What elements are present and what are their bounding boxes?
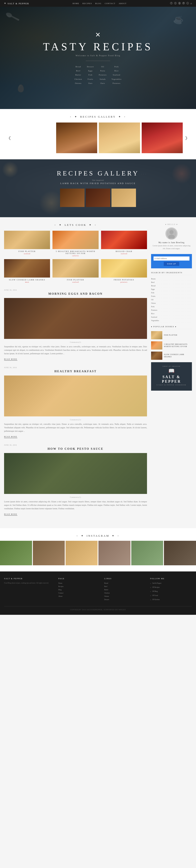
footer-link-bread[interactable]: Bread [104,582,146,585]
ingredient-seafood[interactable]: Seafood [151,315,192,319]
popular-img-2[interactable] [151,351,162,360]
ingredient-vegetables[interactable]: Vegetables [151,319,192,322]
menu-potatoes2[interactable]: Potatoes [112,82,121,85]
menu-oaro[interactable]: Oaro [99,82,107,85]
follow-link-0[interactable]: Salt & Pepper [152,582,161,585]
nav-contact[interactable]: CONTACT [105,2,115,4]
ingredient-beans[interactable]: Beans [151,277,192,281]
instagram-item-4[interactable] [131,541,163,565]
cook-img-1[interactable] [52,231,99,249]
google-icon[interactable]: ⓖ [178,2,181,5]
blog-read-more-1[interactable]: READ MORE [4,436,17,438]
ingredient-rice[interactable]: Rice [151,312,192,315]
follow-link-4[interactable]: SP Kitchen [152,598,160,601]
footer-bottom: COPYRIGHT 2016 SALTANDPEPPER, SUPPORTED … [4,606,192,611]
cook-img-4[interactable] [52,259,99,278]
menu-fruits[interactable]: Fruits [87,78,94,81]
sidebar-signup-button[interactable]: SIGN UP [164,262,179,266]
menu-onions[interactable]: Onions [75,82,82,85]
menu-rice[interactable]: Rice [112,69,121,72]
follow-link-2[interactable]: SP Blog [152,590,158,593]
blog-img-0[interactable] [4,298,147,339]
cook-img-2[interactable] [101,231,147,249]
follow-item-0: ○ Salt & Pepper [150,582,192,585]
menu-eggs[interactable]: Eggs [87,69,94,72]
ingredient-fish[interactable]: Fish [151,291,192,294]
blog-img-2[interactable] [4,453,147,494]
instagram-icon[interactable]: ⓘ [186,2,189,5]
search-icon[interactable]: ⌕ [191,2,192,5]
ingredient-fruits[interactable]: Fruits [151,294,192,298]
menu-butter[interactable]: Butter [75,73,82,76]
gallery-item-3[interactable] [99,123,140,153]
ingredient-oil[interactable]: Oil [151,298,192,302]
menu-vegetables[interactable]: Vegetables [112,78,121,81]
ingredient-potatoes[interactable]: Potatoes [151,308,192,312]
cook-img-0[interactable] [4,231,50,249]
follow-link-3[interactable]: SP Food [152,594,158,597]
popular-img-1[interactable] [151,341,162,349]
instagram-item-2[interactable] [66,541,97,565]
facebook-icon[interactable]: ⓕ [170,2,172,5]
nav-about[interactable]: ABOUT [119,2,127,4]
ingredient-bread[interactable]: Bread [151,284,192,287]
cook-img-3[interactable] [4,259,50,278]
footer-link-blog[interactable]: Blog [58,588,100,591]
logo-text: SALT & PEPPER [7,2,29,5]
footer-link-contact[interactable]: Contact [58,591,100,595]
nav-links: HOME RECIPES BLOG CONTACT ABOUT [73,2,127,4]
menu-dessert[interactable]: Dessert [87,65,94,68]
ingredient-onion[interactable]: Onion [151,302,192,305]
gallery-item-2[interactable] [56,123,97,153]
dark-item-1[interactable] [60,189,84,207]
menu-beef[interactable]: Beef [75,69,82,72]
instagram-item-3[interactable] [99,541,130,565]
follow-link-1[interactable]: SP Recipes [152,586,160,589]
sidebar-email-input[interactable] [154,256,190,260]
ingredient-eggs[interactable]: Eggs [151,287,192,291]
instagram-item-0[interactable] [0,541,32,565]
pinterest-icon[interactable]: ⓟ [182,2,185,5]
hero-content: ✕ TASTY RECIPES Welcome to Salt & Pepper… [43,31,153,85]
footer-link-onions[interactable]: Onions [104,595,146,598]
instagram-item-1[interactable] [33,541,65,565]
menu-oats[interactable]: Oats [87,82,94,85]
nav-home[interactable]: HOME [73,2,79,4]
ingredient-beef[interactable]: Beef [151,281,192,284]
footer-link-home[interactable]: Home [58,582,100,585]
nav-blog[interactable]: BLOG [95,2,102,4]
blog-img-1[interactable] [4,375,147,416]
menu-pasta[interactable]: Pasta [99,69,107,72]
blog-read-more-2[interactable]: READ MORE [4,514,17,516]
dark-item-3[interactable] [112,189,136,207]
instagram-item-5[interactable] [164,541,196,565]
menu-potatoes[interactable]: Potatoes [99,73,107,76]
twitter-icon[interactable]: ⓣ [174,2,177,5]
menu-salads[interactable]: Salads [99,78,107,81]
gallery-prev-arrow[interactable]: ❮ [6,133,13,142]
footer-link-recipes[interactable]: Recipes [58,585,100,588]
menu-chicken[interactable]: Chicken [75,78,82,81]
menu-fish[interactable]: Fish [87,73,94,76]
menu-bread[interactable]: Bread [75,65,82,68]
footer-link-about[interactable]: About [58,595,100,598]
lets-cook-star-left: ✦ [59,223,62,227]
footer-link-dessert[interactable]: Dessert [104,598,146,601]
site-logo[interactable]: ✕ SALT & PEPPER [4,2,29,5]
gallery-item-4[interactable] [142,123,183,153]
cook-img-5[interactable] [101,259,147,278]
ingredient-pork[interactable]: Pork [151,305,192,308]
dark-item-2[interactable] [86,189,110,207]
menu-pork[interactable]: Pork [112,65,121,68]
popular-name-1: 5 HEALTHY BREAKFASTS WORTH SETTING UP FO… [164,343,192,348]
footer-link-butter[interactable]: Butter [104,588,146,591]
menu-oil[interactable]: Oil [99,65,107,68]
footer-link-beef[interactable]: Beef [104,585,146,588]
nav-recipes[interactable]: RECIPES [82,2,92,4]
main-content-layout: ✦ LETS COOK ✦ FISH PLATTER seafood 5 HEA… [4,223,192,522]
blog-read-more-0[interactable]: READ MORE [4,358,17,361]
menu-seafood[interactable]: Seafood [112,73,121,76]
footer-link-chicken[interactable]: Chicken [104,591,146,595]
gallery-next-arrow[interactable]: ❯ [183,133,190,142]
popular-img-0[interactable] [151,331,162,339]
